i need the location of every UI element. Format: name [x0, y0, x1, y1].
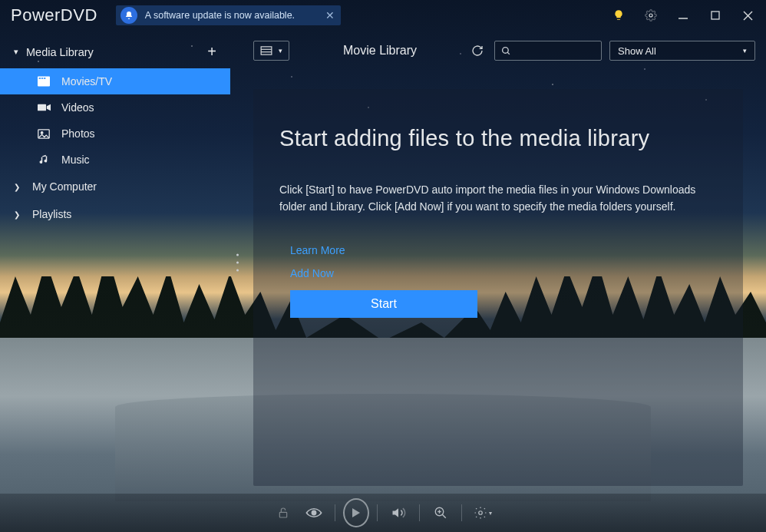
sidebar-item-videos[interactable]: Videos	[0, 94, 230, 121]
sidebar-item-photos[interactable]: Photos	[0, 121, 230, 147]
chevron-right-icon: ❯	[14, 210, 23, 219]
movies-icon	[37, 76, 51, 87]
sidebar-item-label: Videos	[61, 101, 94, 114]
start-button[interactable]: Start	[290, 290, 477, 318]
lock-button[interactable]	[270, 500, 296, 526]
svg-rect-8	[44, 78, 45, 79]
view-mode-dropdown[interactable]: ▾	[253, 41, 289, 61]
sidebar-item-label: Photos	[61, 127, 95, 140]
sidebar-resize-handle[interactable]	[236, 253, 239, 271]
separator	[419, 504, 420, 521]
separator	[335, 504, 335, 521]
svg-point-0	[649, 14, 652, 17]
bell-icon	[121, 7, 137, 24]
notification-text: A software update is now available.	[145, 10, 295, 21]
filter-selected-label: Show All	[618, 45, 656, 57]
welcome-body: Click [Start] to have PowerDVD auto impo…	[279, 182, 709, 215]
photo-icon	[37, 129, 51, 139]
search-icon	[501, 46, 511, 56]
svg-point-15	[503, 47, 509, 53]
window-minimize-button[interactable]	[672, 5, 694, 26]
svg-rect-6	[39, 78, 41, 79]
chevron-down-icon: ▾	[14, 47, 18, 57]
video-camera-icon	[37, 103, 51, 112]
eye-view-button[interactable]	[301, 500, 327, 526]
sidebar-section-playlists[interactable]: ❯ Playlists	[0, 200, 230, 228]
volume-button[interactable]	[385, 500, 411, 526]
sidebar-section-media-library[interactable]: ▾ Media Library +	[0, 35, 230, 68]
svg-point-11	[41, 131, 43, 134]
svg-rect-17	[279, 512, 286, 517]
welcome-panel: Start adding files to the media library …	[253, 89, 743, 486]
welcome-heading: Start adding files to the media library	[279, 126, 717, 151]
svg-point-23	[479, 511, 483, 515]
sidebar-header-label: Media Library	[26, 46, 94, 58]
sidebar-item-label: Music	[61, 154, 90, 166]
grid-view-icon	[260, 46, 272, 55]
sidebar-group-label: Playlists	[32, 208, 71, 220]
music-note-icon	[37, 154, 51, 166]
svg-line-16	[507, 52, 510, 55]
settings-gear-icon[interactable]	[640, 5, 662, 26]
separator	[377, 504, 378, 521]
window-close-button[interactable]	[737, 5, 758, 26]
more-settings-button[interactable]: ▾	[470, 500, 496, 526]
learn-more-link[interactable]: Learn More	[290, 244, 717, 256]
svg-line-20	[442, 514, 446, 518]
zoom-button[interactable]	[428, 500, 454, 526]
window-maximize-button[interactable]	[705, 5, 726, 26]
search-input[interactable]	[494, 41, 602, 61]
svg-rect-2	[712, 12, 719, 19]
sidebar-item-label: Movies/TV	[61, 75, 112, 88]
chevron-right-icon: ❯	[14, 183, 23, 191]
svg-rect-7	[41, 78, 43, 79]
library-toolbar: ▾ Movie Library Show All ▾	[230, 35, 766, 66]
notification-close-button[interactable]: ✕	[325, 9, 335, 21]
svg-rect-9	[38, 104, 46, 111]
sidebar: ▾ Media Library + Movies/TV Videos Photo…	[0, 31, 230, 494]
separator	[461, 504, 462, 521]
main-area: ▾ Movie Library Show All ▾ Start adding …	[230, 31, 766, 494]
refresh-button[interactable]	[468, 45, 487, 57]
update-notification[interactable]: A software update is now available. ✕	[116, 5, 341, 25]
sidebar-section-my-computer[interactable]: ❯ My Computer	[0, 173, 230, 200]
player-controls: ▾	[0, 494, 766, 532]
app-logo: PowerDVD	[11, 5, 97, 25]
sidebar-item-music[interactable]: Music	[0, 147, 230, 173]
titlebar: PowerDVD A software update is now availa…	[0, 0, 766, 31]
add-media-button[interactable]: +	[207, 43, 216, 61]
sidebar-group-label: My Computer	[32, 180, 97, 193]
chevron-down-icon: ▾	[279, 47, 282, 55]
svg-rect-12	[261, 47, 272, 55]
library-title: Movie Library	[343, 44, 417, 58]
filter-dropdown[interactable]: Show All ▾	[609, 41, 755, 61]
sidebar-item-movies-tv[interactable]: Movies/TV	[0, 68, 230, 94]
svg-point-18	[312, 511, 315, 514]
chevron-down-icon: ▾	[743, 47, 747, 55]
add-now-link[interactable]: Add Now	[290, 267, 717, 279]
hint-bulb-icon[interactable]	[608, 5, 629, 26]
play-button[interactable]	[343, 500, 369, 526]
